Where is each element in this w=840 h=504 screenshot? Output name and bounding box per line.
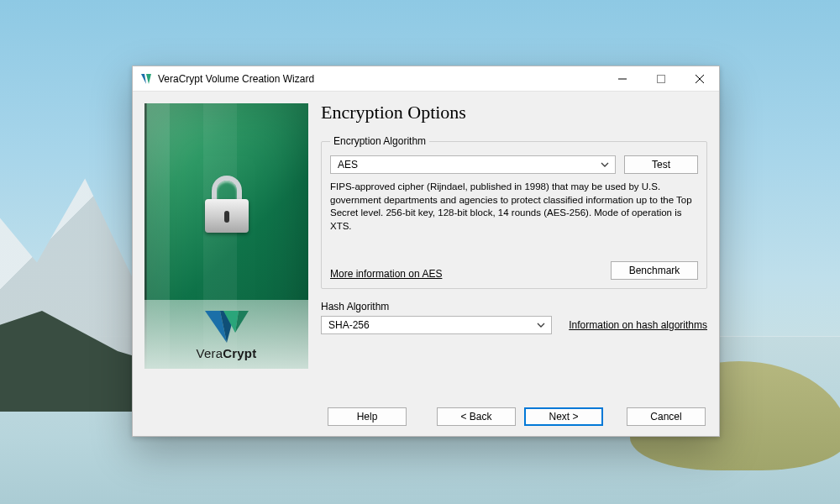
hash-selected-value: SHA-256 xyxy=(328,319,370,331)
cancel-button[interactable]: Cancel xyxy=(627,407,706,426)
minimize-button[interactable] xyxy=(603,66,642,92)
wizard-illustration: VeraCrypt xyxy=(144,103,308,369)
svg-marker-1 xyxy=(146,74,151,84)
benchmark-button[interactable]: Benchmark xyxy=(611,261,698,280)
chevron-down-icon xyxy=(600,160,610,170)
hash-label: Hash Algorithm xyxy=(321,301,389,312)
close-button[interactable] xyxy=(680,66,719,92)
back-button[interactable]: < Back xyxy=(437,407,516,426)
chevron-down-icon xyxy=(536,320,546,330)
encryption-algorithm-group: Encryption Algorithm AES Test FIPS-appro… xyxy=(321,135,707,289)
encryption-legend: Encryption Algorithm xyxy=(330,135,429,147)
maximize-button[interactable] xyxy=(642,66,680,92)
hash-info-link[interactable]: Information on hash algorithms xyxy=(569,319,707,331)
veracrypt-logo-icon xyxy=(203,309,250,344)
padlock-icon xyxy=(205,176,249,234)
test-button[interactable]: Test xyxy=(624,155,698,174)
next-button[interactable]: Next > xyxy=(524,407,603,426)
desktop-wallpaper: VeraCrypt Volume Creation Wizard xyxy=(0,0,840,504)
titlebar[interactable]: VeraCrypt Volume Creation Wizard xyxy=(133,66,719,92)
encryption-selected-value: AES xyxy=(338,159,358,171)
wizard-window: VeraCrypt Volume Creation Wizard xyxy=(132,66,720,437)
app-icon xyxy=(139,72,153,86)
page-title: Encryption Options xyxy=(321,102,707,123)
window-title: VeraCrypt Volume Creation Wizard xyxy=(158,73,314,85)
hash-algorithm-select[interactable]: SHA-256 xyxy=(321,316,552,334)
wizard-footer: Help < Back Next > Cancel xyxy=(133,397,719,436)
brand-area: VeraCrypt xyxy=(144,300,308,369)
more-info-link[interactable]: More information on AES xyxy=(330,268,442,280)
svg-marker-0 xyxy=(141,74,146,84)
help-button[interactable]: Help xyxy=(328,407,407,426)
algorithm-description: FIPS-approved cipher (Rijndael, publishe… xyxy=(330,181,698,253)
encryption-algorithm-select[interactable]: AES xyxy=(330,155,616,174)
brand-name: VeraCrypt xyxy=(197,346,257,360)
svg-rect-2 xyxy=(658,75,665,82)
